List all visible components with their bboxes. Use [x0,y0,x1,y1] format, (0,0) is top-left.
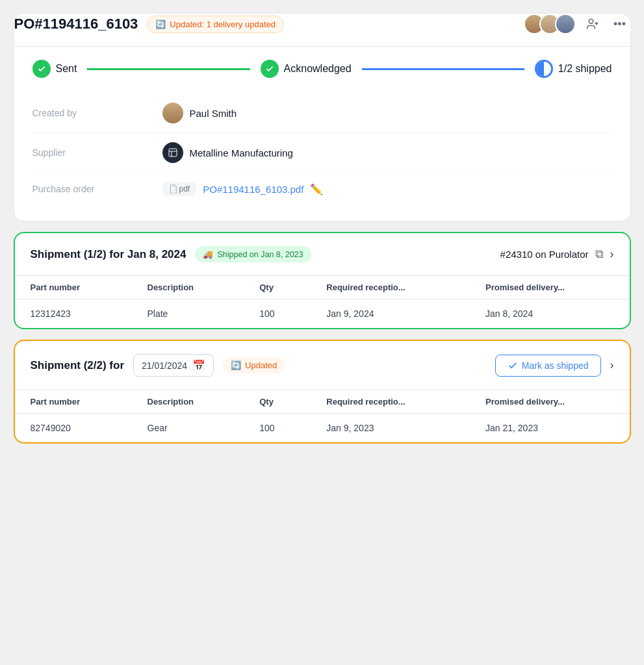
supplier-row: Supplier Metalline Manufacturing [32,133,612,173]
header-right: ••• [524,14,630,34]
col-promised-delivery-2: Promised delivery... [470,390,629,414]
col-required-reception: Required receptio... [311,276,470,299]
updated-sync-icon: 🔄 [231,360,241,370]
shipment-2-card: Shipment (2/2) for 21/01/2024 📅 🔄 Update… [14,340,631,444]
add-person-button[interactable] [582,14,603,34]
col-required-reception-2: Required receptio... [311,390,470,414]
table-row: 12312423 Plate 100 Jan 9, 2024 Jan 8, 20… [15,299,630,329]
card-header: PO#1194116_6103 🔄 Updated: 1 delivery up… [14,14,630,47]
creator-name: Paul Smith [190,108,237,119]
copy-icon[interactable]: ⧉ [595,247,604,261]
shipped-label: 1/2 shipped [558,63,612,75]
status-line-2 [362,68,524,70]
col-part-number-2: Part number [15,390,132,414]
sent-label: Sent [56,63,77,75]
table-header-row-2: Part number Description Qty Required rec… [15,390,630,414]
po-row: Purchase order pdf PO#1194116_6103.pdf ✏… [32,173,612,205]
edit-icon[interactable]: ✏️ [310,183,323,195]
cell-qty-2: 100 [244,414,311,443]
header-left: PO#1194116_6103 🔄 Updated: 1 delivery up… [14,16,284,33]
mark-as-shipped-button[interactable]: Mark as shipped [495,355,601,377]
supplier-value: Metalline Manufacturing [162,142,293,163]
avatars-group [524,14,576,34]
shipment-1-title: Shipment (1/2) for Jan 8, 2024 [31,248,187,261]
shipment-1-header: Shipment (1/2) for Jan 8, 2024 🚚 Shipped… [15,233,630,275]
cell-promised-delivery: Jan 8, 2024 [470,299,629,329]
update-badge-text: Updated: 1 delivery updated [170,19,276,29]
shipped-badge-text: Shipped on Jan 8, 2023 [217,250,303,259]
shipped-half-icon [535,60,553,78]
table-header-row: Part number Description Qty Required rec… [15,276,630,299]
col-qty: Qty [244,276,311,299]
status-row: Sent Acknowledged 1/2 shipped [14,47,630,91]
created-by-label: Created by [32,108,162,118]
truck-icon: 🚚 [203,249,213,259]
status-shipped: 1/2 shipped [535,60,612,78]
tracking-number: #24310 on Purolator [500,249,589,260]
cell-part-number: 12312423 [15,299,132,329]
created-by-value: Paul Smith [162,103,237,123]
supplier-name: Metalline Manufacturing [190,147,293,158]
more-options-button[interactable]: ••• [610,14,630,34]
status-sent: Sent [32,60,77,78]
status-line-1 [87,68,250,70]
acknowledged-check-icon [261,60,279,78]
cell-promised-delivery-2: Jan 21, 2023 [470,414,629,443]
update-badge: 🔄 Updated: 1 delivery updated [147,16,284,33]
po-file-link[interactable]: PO#1194116_6103.pdf [203,184,303,195]
supplier-avatar [162,142,183,163]
cell-required-reception: Jan 9, 2024 [311,299,470,329]
updated-badge-text: Updated [245,360,277,370]
info-section: Created by Paul Smith Supplier [14,91,630,221]
po-title: PO#1194116_6103 [14,16,138,32]
creator-avatar [162,103,183,123]
col-part-number: Part number [15,276,132,299]
svg-rect-3 [169,149,177,157]
po-label: Purchase order [32,184,162,194]
tracking-info: #24310 on Purolator ⧉ › [500,247,614,261]
cell-description-2: Gear [132,414,244,443]
shipment-2-table: Part number Description Qty Required rec… [15,390,630,442]
shipment-2-header: Shipment (2/2) for 21/01/2024 📅 🔄 Update… [15,341,630,390]
main-info-card: PO#1194116_6103 🔄 Updated: 1 delivery up… [14,13,631,221]
shipment-2-expand-icon[interactable]: › [610,358,614,372]
table-row-2: 82749020 Gear 100 Jan 9, 2023 Jan 21, 20… [15,414,630,443]
created-by-row: Created by Paul Smith [32,94,612,133]
cell-required-reception-2: Jan 9, 2023 [311,414,470,443]
col-description-2: Description [132,390,244,414]
acknowledged-label: Acknowledged [284,63,352,75]
supplier-label: Supplier [32,147,162,158]
shipped-badge: 🚚 Shipped on Jan 8, 2023 [195,246,311,262]
sent-check-icon [32,60,51,78]
status-acknowledged: Acknowledged [261,60,352,78]
date-input[interactable]: 21/01/2024 📅 [133,354,214,377]
page-wrapper: PO#1194116_6103 🔄 Updated: 1 delivery up… [14,13,631,444]
more-icon: ••• [613,18,626,31]
col-promised-delivery: Promised delivery... [470,276,629,299]
shipment-1-table: Part number Description Qty Required rec… [15,275,630,328]
po-value: pdf PO#1194116_6103.pdf ✏️ [162,182,324,196]
date-value: 21/01/2024 [142,360,187,371]
expand-icon[interactable]: › [610,247,614,261]
col-description: Description [132,276,244,299]
svg-point-0 [589,19,593,24]
cell-description: Plate [132,299,244,329]
updated-badge: 🔄 Updated [223,357,285,373]
pdf-label: pdf [179,184,190,194]
shipment-2-title: Shipment (2/2) for [31,359,125,372]
calendar-icon: 📅 [192,359,205,371]
mark-shipped-label: Mark as shipped [522,360,589,371]
cell-part-number-2: 82749020 [15,414,132,443]
cell-qty: 100 [244,299,311,329]
sync-icon: 🔄 [155,19,166,29]
pdf-badge: pdf [162,182,197,196]
avatar-3 [555,14,576,34]
col-qty-2: Qty [244,390,311,414]
shipment-1-card: Shipment (1/2) for Jan 8, 2024 🚚 Shipped… [14,232,631,329]
